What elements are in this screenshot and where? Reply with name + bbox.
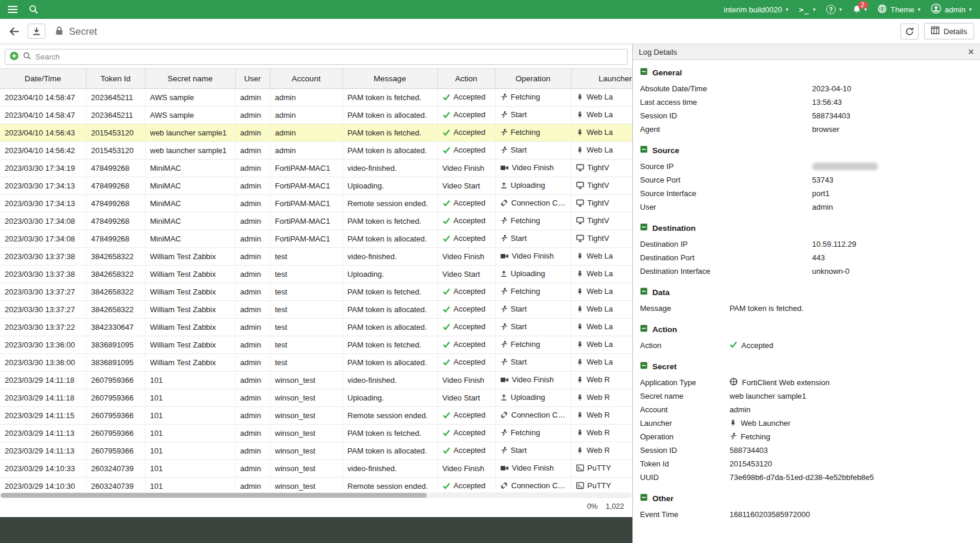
user-menu[interactable]: admin ▾ <box>931 4 972 15</box>
table-row[interactable]: 2023/03/29 14:11:152607959366101adminwin… <box>0 406 632 424</box>
detail-value: 73e698b6-d7da-51ed-d238-4e52bbfeb8e5 <box>730 473 874 482</box>
table-row[interactable]: 2023/03/29 14:11:182607959366101adminwin… <box>0 371 632 389</box>
detail-value: 53743 <box>812 176 833 184</box>
table-row[interactable]: 2023/03/29 14:11:182607959366101adminwin… <box>0 389 632 406</box>
cell-datetime: 2023/03/30 17:34:13 <box>0 177 86 194</box>
section-action: ActionActionAccepted <box>640 323 973 352</box>
cell-datetime: 2023/03/29 14:11:13 <box>0 442 86 459</box>
cli-console-dropdown[interactable]: >_ ▾ <box>799 5 816 14</box>
details-toggle-button[interactable]: Details <box>924 23 974 39</box>
cell-secret-name: MiniMAC <box>145 194 235 212</box>
detail-value: unknown-0 <box>812 267 850 276</box>
column-header-user[interactable]: User <box>235 69 270 88</box>
build-dropdown[interactable]: interim build0020 ▾ <box>724 5 788 14</box>
table-row[interactable]: 2023/03/30 17:34:08478499268MiniMACadmin… <box>0 230 632 247</box>
scrollbar-thumb[interactable] <box>1 493 427 498</box>
table-row[interactable]: 2023/04/10 14:58:472023645211AWS samplea… <box>0 106 632 124</box>
collapse-icon[interactable] <box>640 494 648 503</box>
cell-message: Uploading. <box>342 265 437 283</box>
cell-message: PAM token is allocated. <box>342 106 437 124</box>
column-header-operation[interactable]: Operation <box>495 69 571 88</box>
panel-header: Log Details × <box>633 44 980 60</box>
column-header-secret-name[interactable]: Secret name <box>145 69 235 88</box>
table-row[interactable]: 2023/03/30 17:34:08478499268MiniMACadmin… <box>0 212 632 230</box>
check-icon <box>443 217 450 226</box>
section-header-other[interactable]: Other <box>640 492 973 505</box>
table-row[interactable]: 2023/03/29 14:11:132607959366101adminwin… <box>0 424 632 442</box>
download-button[interactable] <box>28 24 45 39</box>
table-row[interactable]: 2023/03/30 13:37:383842658322William Tes… <box>0 247 632 265</box>
cell-user: admin <box>235 230 270 247</box>
column-header-message[interactable]: Message <box>342 69 437 88</box>
table-row[interactable]: 2023/03/30 13:37:273842658322William Tes… <box>0 300 632 318</box>
table-row[interactable]: 2023/03/30 13:37:383842658322William Tes… <box>0 265 632 283</box>
cell-launcher: Web R <box>571 406 632 424</box>
global-search-icon[interactable] <box>26 2 41 17</box>
table-row[interactable]: 2023/04/10 14:58:472023645211AWS samplea… <box>0 88 632 106</box>
table-row[interactable]: 2023/03/30 13:36:003836891095William Tes… <box>0 336 632 353</box>
table-row[interactable]: 2023/03/30 17:34:19478499268MiniMACadmin… <box>0 159 632 177</box>
table-row[interactable]: 2023/03/29 14:10:332603240739101adminwin… <box>0 459 632 477</box>
log-table-body: 2023/04/10 14:58:472023645211AWS samplea… <box>0 88 632 491</box>
table-row[interactable]: 2023/03/30 17:34:13478499268MiniMACadmin… <box>0 194 632 212</box>
cell-operation: Video Finish <box>495 247 571 265</box>
cell-secret-name: William Test Zabbix <box>145 247 235 265</box>
add-filter-icon[interactable] <box>9 51 19 62</box>
column-header-date-time[interactable]: Date/Time <box>0 69 86 88</box>
collapse-icon[interactable] <box>640 68 648 77</box>
table-row[interactable]: 2023/03/29 14:10:302603240739101adminwin… <box>0 477 632 491</box>
theme-dropdown[interactable]: Theme ▾ <box>877 4 920 15</box>
column-header-account[interactable]: Account <box>270 69 342 88</box>
refresh-button[interactable] <box>900 24 919 39</box>
collapse-icon[interactable] <box>640 287 648 297</box>
column-header-launcher[interactable]: Launcher <box>571 69 632 88</box>
back-button[interactable] <box>6 25 23 38</box>
collapse-icon[interactable] <box>640 223 648 233</box>
chevron-down-icon: ▾ <box>786 6 788 12</box>
check-icon <box>443 200 450 208</box>
bell-icon: 2 <box>853 5 861 14</box>
detail-row-message: MessagePAM token is fetched. <box>640 302 973 315</box>
close-icon[interactable]: × <box>968 47 974 57</box>
table-row[interactable]: 2023/03/30 13:36:003836891095William Tes… <box>0 353 632 371</box>
table-row[interactable]: 2023/04/10 14:56:422015453120web launche… <box>0 141 632 159</box>
notifications-dropdown[interactable]: 2 ▾ <box>853 5 867 14</box>
cell-token-id: 2015453120 <box>86 141 145 159</box>
collapse-icon[interactable] <box>640 145 648 155</box>
search-bar[interactable] <box>5 49 628 65</box>
section-header-destination[interactable]: Destination <box>640 221 973 234</box>
rocket-icon <box>576 446 583 456</box>
cell-launcher: PuTTY <box>571 477 632 491</box>
cell-action: Video Finish <box>437 459 495 477</box>
section-header-data[interactable]: Data <box>640 286 973 299</box>
section-header-secret[interactable]: Secret <box>640 360 973 373</box>
hamburger-menu-icon[interactable] <box>5 2 20 17</box>
collapse-icon[interactable] <box>640 325 648 334</box>
search-input[interactable] <box>35 52 623 61</box>
cell-message: PAM token is allocated. <box>342 300 437 318</box>
linkoff-icon <box>500 199 508 208</box>
cell-operation: Start <box>495 141 571 159</box>
column-header-action[interactable]: Action <box>437 69 495 88</box>
help-dropdown[interactable]: ? ▾ <box>826 5 842 14</box>
section-title: Secret <box>652 362 677 371</box>
table-row[interactable]: 2023/03/30 13:37:223842330647William Tes… <box>0 318 632 336</box>
section-header-general[interactable]: General <box>640 66 973 79</box>
table-row[interactable]: 2023/04/10 14:56:432015453120web launche… <box>0 124 632 141</box>
column-header-token-id[interactable]: Token Id <box>86 69 145 88</box>
section-destination: DestinationDestination IP10.59.112.29Des… <box>640 221 973 278</box>
rocket-icon <box>576 340 583 350</box>
detail-label: Message <box>640 304 730 313</box>
horizontal-scrollbar[interactable] <box>1 492 632 498</box>
table-row[interactable]: 2023/03/29 14:11:132607959366101adminwin… <box>0 442 632 459</box>
section-header-action[interactable]: Action <box>640 323 973 336</box>
collapse-icon[interactable] <box>640 362 648 371</box>
panel-body: GeneralAbsolute Date/Time2023-04-10Last … <box>633 60 980 543</box>
table-row[interactable]: 2023/03/30 13:37:273842658322William Tes… <box>0 283 632 300</box>
table-row[interactable]: 2023/03/30 17:34:13478499268MiniMACadmin… <box>0 177 632 194</box>
section-header-source[interactable]: Source <box>640 144 973 157</box>
running-icon <box>500 446 507 456</box>
cell-token-id: 2607959366 <box>86 389 145 406</box>
cell-action: Video Start <box>437 389 495 406</box>
cell-action: Accepted <box>437 318 495 336</box>
